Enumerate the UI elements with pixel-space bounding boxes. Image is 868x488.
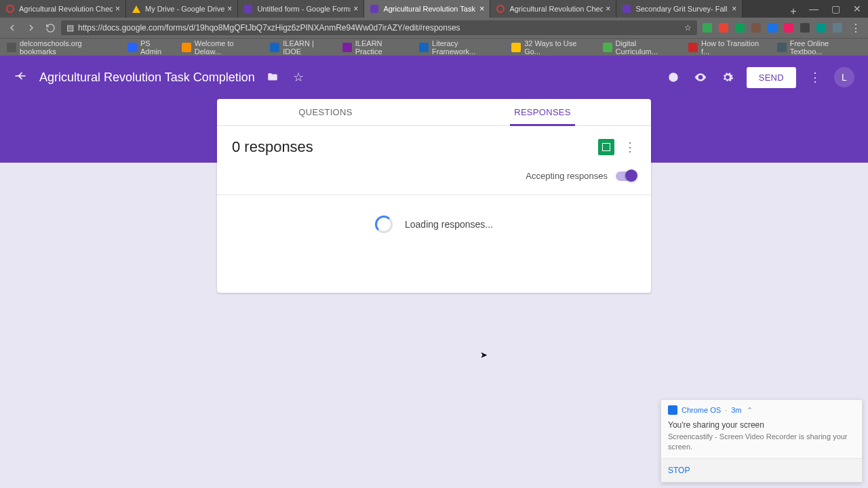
create-spreadsheet-button[interactable] bbox=[598, 139, 614, 155]
bookmark-item[interactable]: Digital Curriculum... bbox=[603, 39, 679, 56]
tab-favicon bbox=[622, 4, 631, 14]
tab-favicon bbox=[496, 4, 505, 14]
browser-toolbar: ▤ https://docs.google.com/forms/d/19hqo8… bbox=[0, 18, 868, 38]
extension-icons bbox=[700, 20, 845, 35]
back-to-docs-button[interactable] bbox=[14, 69, 27, 86]
minimize-button[interactable]: — bbox=[803, 0, 825, 18]
tab-label: Agricultural Revolution Check bbox=[19, 5, 113, 13]
responses-menu-icon[interactable]: ⋮ bbox=[624, 140, 636, 155]
new-tab-button[interactable]: + bbox=[784, 5, 803, 18]
move-to-folder-icon[interactable] bbox=[264, 69, 281, 85]
extension-icon[interactable] bbox=[797, 20, 812, 35]
bookmark-star-icon[interactable]: ☆ bbox=[684, 23, 692, 33]
account-avatar[interactable]: L bbox=[834, 67, 854, 87]
bookmark-label: ILEARN Practice bbox=[355, 39, 410, 56]
notification-description: Screencastify - Screen Video Recorder is… bbox=[668, 432, 855, 451]
maximize-button[interactable]: ▢ bbox=[825, 0, 846, 18]
browser-tabs: Agricultural Revolution Check×My Drive -… bbox=[0, 0, 784, 18]
browser-tab[interactable]: Agricultural Revolution Check× bbox=[0, 0, 126, 18]
bookmarks-bar: delcomschools.org bookmarksPS AdminWelco… bbox=[0, 38, 868, 56]
loading-text: Loading responses... bbox=[405, 219, 493, 230]
extension-icon[interactable] bbox=[765, 20, 780, 35]
bookmark-favicon bbox=[603, 43, 612, 52]
bookmark-label: Free Online Textboo... bbox=[790, 39, 861, 56]
tab-label: Agricultural Revolution Check bbox=[509, 5, 603, 13]
browser-tab[interactable]: Secondary Grit Survey- Fall 20× bbox=[616, 0, 743, 18]
bookmark-label: delcomschools.org bookmarks bbox=[20, 39, 118, 56]
forward-button[interactable] bbox=[23, 20, 39, 36]
star-icon[interactable]: ☆ bbox=[290, 69, 307, 85]
extension-icon[interactable] bbox=[830, 20, 845, 35]
form-title[interactable]: Agricultural Revolution Task Completion bbox=[39, 70, 255, 85]
bookmark-favicon bbox=[270, 43, 279, 52]
extension-icon[interactable] bbox=[781, 20, 796, 35]
bookmark-item[interactable]: delcomschools.org bookmarks bbox=[7, 39, 118, 56]
stop-sharing-button[interactable]: STOP bbox=[668, 466, 690, 475]
customize-theme-icon[interactable] bbox=[665, 69, 682, 85]
bookmark-item[interactable]: Literacy Framework... bbox=[419, 39, 502, 56]
close-tab-icon[interactable]: × bbox=[729, 4, 736, 14]
notification-source: Chrome OS bbox=[682, 406, 721, 414]
bookmark-item[interactable]: ILEARN Practice bbox=[342, 39, 410, 56]
form-tabs: QUESTIONS RESPONSES bbox=[217, 99, 651, 126]
notification-time: 3m bbox=[731, 406, 741, 414]
tab-label: Untitled form - Google Forms bbox=[257, 5, 351, 13]
tab-label: Secondary Grit Survey- Fall 20 bbox=[635, 5, 729, 13]
bookmark-item[interactable]: Welcome to Delaw... bbox=[182, 39, 260, 56]
settings-gear-icon[interactable] bbox=[719, 69, 736, 85]
chevron-up-icon[interactable]: ⌃ bbox=[747, 406, 753, 415]
bookmark-item[interactable]: ILEARN | IDOE bbox=[270, 39, 333, 56]
browser-tab[interactable]: Untitled form - Google Forms× bbox=[238, 0, 364, 18]
tab-favicon bbox=[132, 4, 141, 14]
bookmark-label: 32 Ways to Use Go... bbox=[524, 39, 593, 56]
close-window-button[interactable]: ✕ bbox=[846, 0, 868, 18]
bookmark-label: PS Admin bbox=[140, 39, 172, 56]
accepting-responses-toggle[interactable] bbox=[616, 171, 636, 181]
browser-tab[interactable]: My Drive - Google Drive× bbox=[126, 0, 238, 18]
browser-tab[interactable]: Agricultural Revolution Check× bbox=[490, 0, 616, 18]
bookmark-favicon bbox=[342, 43, 352, 52]
close-tab-icon[interactable]: × bbox=[477, 4, 484, 14]
notification-app-icon bbox=[668, 405, 677, 415]
window-controls: — ▢ ✕ bbox=[803, 0, 868, 18]
browser-tab[interactable]: Agricultural Revolution Task C× bbox=[364, 0, 490, 18]
site-info-icon[interactable]: ▤ bbox=[66, 23, 74, 33]
responses-card: QUESTIONS RESPONSES 0 responses ⋮ Accept… bbox=[217, 99, 651, 293]
bookmark-item[interactable]: Free Online Textboo... bbox=[777, 39, 861, 56]
browser-menu-icon[interactable]: ⋮ bbox=[848, 20, 864, 36]
bookmark-favicon bbox=[127, 43, 137, 52]
extension-icon[interactable] bbox=[700, 20, 715, 35]
back-button[interactable] bbox=[4, 20, 20, 36]
extension-icon[interactable] bbox=[814, 20, 829, 35]
forms-nav: Agricultural Revolution Task Completion … bbox=[0, 56, 868, 99]
bookmark-item[interactable]: 32 Ways to Use Go... bbox=[511, 39, 593, 56]
address-bar[interactable]: ▤ https://docs.google.com/forms/d/19hqo8… bbox=[61, 20, 697, 35]
bookmark-item[interactable]: PS Admin bbox=[127, 39, 172, 56]
close-tab-icon[interactable]: × bbox=[603, 4, 610, 14]
bookmark-favicon bbox=[419, 43, 429, 52]
tab-questions[interactable]: QUESTIONS bbox=[217, 99, 434, 125]
tab-favicon bbox=[243, 4, 253, 14]
bookmark-label: ILEARN | IDOE bbox=[283, 39, 333, 56]
tab-favicon bbox=[5, 4, 15, 14]
extension-icon[interactable] bbox=[749, 20, 764, 35]
close-tab-icon[interactable]: × bbox=[224, 4, 232, 14]
bookmark-label: How to Transition f... bbox=[701, 39, 768, 56]
close-tab-icon[interactable]: × bbox=[113, 4, 120, 14]
svg-point-0 bbox=[669, 73, 678, 82]
more-menu-icon[interactable]: ⋮ bbox=[807, 69, 823, 85]
tab-label: Agricultural Revolution Task C bbox=[383, 5, 477, 13]
screen-share-notification: Chrome OS · 3m ⌃ You're sharing your scr… bbox=[660, 399, 863, 483]
tab-favicon bbox=[370, 4, 379, 14]
tab-responses[interactable]: RESPONSES bbox=[434, 99, 651, 125]
extension-icon[interactable] bbox=[732, 20, 747, 35]
extension-icon[interactable] bbox=[716, 20, 731, 35]
bookmark-favicon bbox=[7, 43, 16, 52]
loading-spinner-icon bbox=[375, 216, 393, 233]
bookmark-item[interactable]: How to Transition f... bbox=[688, 39, 768, 56]
close-tab-icon[interactable]: × bbox=[351, 4, 358, 14]
preview-icon[interactable] bbox=[692, 69, 709, 85]
reload-button[interactable] bbox=[42, 20, 58, 36]
send-button[interactable]: SEND bbox=[747, 67, 796, 88]
bookmark-favicon bbox=[511, 43, 521, 52]
